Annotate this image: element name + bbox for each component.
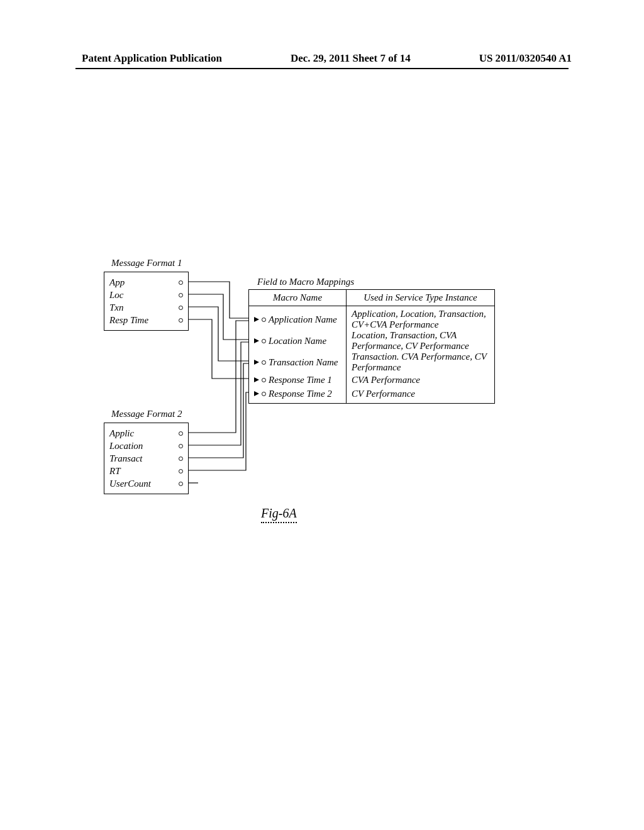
macro-item: Response Time 2	[254, 387, 341, 401]
format2-field: UserCount	[109, 477, 183, 490]
port-icon	[179, 456, 183, 461]
header-right: US 2011/0320540 A1	[479, 52, 572, 65]
macro-item: Application Name	[254, 309, 341, 330]
port-icon	[179, 482, 183, 486]
mappings-header-row: Macro Name Used in Service Type Instance	[249, 290, 494, 306]
arrow-icon	[254, 338, 259, 343]
port-icon	[179, 293, 183, 297]
format1-title: Message Format 1	[111, 258, 182, 268]
port-icon	[262, 318, 266, 322]
format2-title: Message Format 2	[111, 409, 182, 419]
usage-item: Transaction. CVA Performance, CV Perform…	[352, 351, 489, 373]
figure-caption: Fig-6A	[261, 506, 297, 523]
macro-item: Response Time 1	[254, 373, 341, 387]
format1-field: Txn	[109, 301, 183, 314]
usage-item: Location, Transaction, CVA Performance, …	[352, 330, 489, 351]
macro-cell: Application Name Location Name Transacti…	[249, 306, 347, 403]
port-icon	[179, 444, 183, 448]
arrow-icon	[254, 317, 259, 322]
usage-cell: Application, Location, Transaction, CV+C…	[347, 306, 494, 403]
port-icon	[262, 392, 266, 396]
header-mid: Dec. 29, 2011 Sheet 7 of 14	[291, 52, 411, 65]
macro-item: Transaction Name	[254, 351, 341, 373]
format2-field: Location	[109, 440, 183, 452]
port-icon	[262, 339, 266, 343]
arrow-icon	[254, 377, 259, 382]
usage-item: CVA Performance	[352, 373, 489, 387]
format2-field: Applic	[109, 427, 183, 440]
arrow-icon	[254, 360, 259, 365]
format1-field: App	[109, 276, 183, 289]
usage-item: CV Performance	[352, 387, 489, 401]
format2-field: RT	[109, 465, 183, 477]
figure-diagram: Message Format 1 App Loc Txn Resp Time M…	[104, 258, 557, 528]
format1-field: Loc	[109, 289, 183, 301]
format2-box: Applic Location Transact RT UserCount	[104, 423, 189, 494]
format2-field: Transact	[109, 452, 183, 465]
mappings-title: Field to Macro Mappings	[257, 277, 354, 287]
mappings-body-row: Application Name Location Name Transacti…	[249, 306, 494, 403]
arrow-icon	[254, 391, 259, 396]
format1-box: App Loc Txn Resp Time	[104, 272, 189, 331]
port-icon	[179, 431, 183, 436]
port-icon	[179, 280, 183, 285]
usage-item: Application, Location, Transaction, CV+C…	[352, 309, 489, 330]
header-rule	[75, 68, 569, 69]
mappings-header-macro: Macro Name	[249, 290, 347, 306]
macro-item: Location Name	[254, 330, 341, 351]
format1-field: Resp Time	[109, 314, 183, 326]
page-header: Patent Application Publication Dec. 29, …	[0, 52, 644, 65]
header-left: Patent Application Publication	[82, 52, 222, 65]
port-icon	[179, 318, 183, 323]
port-icon	[179, 306, 183, 310]
port-icon	[179, 469, 183, 473]
mappings-table: Macro Name Used in Service Type Instance…	[248, 289, 495, 404]
port-icon	[262, 360, 266, 365]
mappings-header-used: Used in Service Type Instance	[347, 290, 494, 306]
port-icon	[262, 378, 266, 382]
